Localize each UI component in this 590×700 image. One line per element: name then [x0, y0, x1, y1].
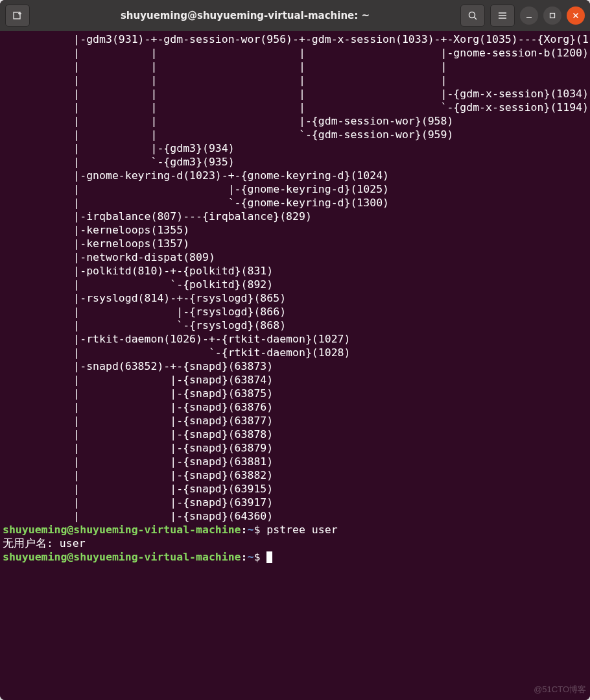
- terminal-body[interactable]: |-gdm3(931)-+-gdm-session-wor(956)-+-gdm…: [0, 31, 590, 700]
- window-title: shuyueming@shuyueming-virtual-machine: ~: [35, 10, 455, 21]
- svg-line-4: [475, 18, 477, 20]
- prompt-line-2: shuyueming@shuyueming-virtual-machine:~$: [3, 550, 590, 564]
- maximize-button[interactable]: [543, 6, 561, 25]
- prompt-dollar: $: [254, 551, 266, 563]
- typed-command: pstree user: [266, 524, 337, 536]
- svg-point-3: [469, 12, 475, 18]
- prompt-colon: :: [241, 551, 248, 563]
- maximize-icon: [549, 12, 556, 19]
- search-icon: [467, 10, 478, 21]
- watermark: @51CTO博客: [534, 682, 586, 696]
- titlebar: shuyueming@shuyueming-virtual-machine: ~: [0, 0, 590, 31]
- hamburger-icon: [497, 10, 508, 21]
- prompt-user-host: shuyueming@shuyueming-virtual-machine: [3, 524, 241, 536]
- cursor: [266, 551, 272, 563]
- prompt-dollar: $: [254, 524, 266, 536]
- svg-rect-9: [550, 14, 555, 18]
- close-button[interactable]: [567, 6, 585, 25]
- new-tab-icon: [12, 10, 23, 21]
- minimize-button[interactable]: [520, 6, 538, 25]
- menu-button[interactable]: [490, 5, 515, 27]
- minimize-icon: [526, 12, 532, 19]
- error-output-line: 无用户名: user: [3, 537, 590, 550]
- prompt-path: ~: [248, 524, 254, 536]
- prompt-user-host: shuyueming@shuyueming-virtual-machine: [3, 551, 241, 563]
- terminal-output: |-gdm3(931)-+-gdm-session-wor(956)-+-gdm…: [3, 32, 590, 523]
- prompt-path: ~: [248, 551, 254, 563]
- terminal-window: shuyueming@shuyueming-virtual-machine: ~…: [0, 0, 590, 700]
- new-tab-button[interactable]: [5, 5, 30, 27]
- search-button[interactable]: [460, 5, 485, 27]
- prompt-colon: :: [241, 524, 248, 536]
- close-icon: [572, 12, 579, 19]
- prompt-line-1: shuyueming@shuyueming-virtual-machine:~$…: [3, 523, 590, 537]
